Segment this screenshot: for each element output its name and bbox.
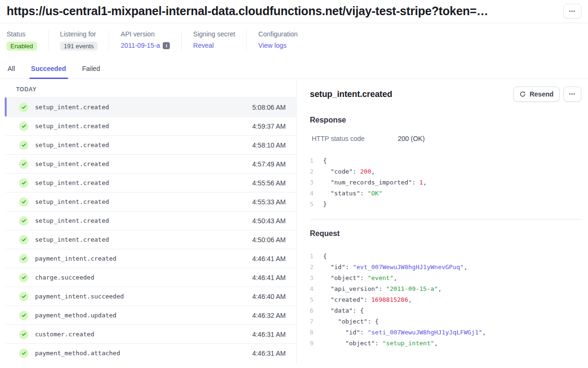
status-group-configuration: ConfigurationView logs — [246, 30, 309, 51]
event-name: setup_intent.created — [35, 179, 109, 186]
event-row[interactable]: setup_intent.created4:50:06 AM — [5, 230, 296, 249]
event-name: setup_intent.created — [35, 141, 109, 149]
event-name: charge.succeeded — [35, 274, 94, 281]
detail-more-button[interactable]: ••• — [563, 87, 581, 102]
event-row[interactable]: setup_intent.created4:55:33 AM — [5, 192, 296, 211]
line-number: 3 — [310, 272, 317, 283]
status-group-status: StatusEnabled — [7, 30, 48, 51]
header-more-button[interactable]: ••• — [563, 4, 581, 18]
status-group-label: Listening for — [60, 30, 98, 38]
code-line: 4 "status": "OK" — [310, 188, 581, 199]
code-line: 8 "id": "seti_007WewuJW8hgHJ1yJqLFWGj1", — [310, 327, 581, 338]
success-check-icon — [19, 330, 28, 339]
code-text: "object": "event", — [323, 272, 397, 283]
line-number: 8 — [310, 327, 317, 338]
event-row[interactable]: setup_intent.created4:57:49 AM — [5, 154, 296, 173]
success-check-icon — [19, 349, 28, 358]
event-time: 4:46:40 AM — [252, 293, 286, 300]
line-number: 2 — [310, 166, 317, 177]
event-row[interactable]: charge.succeeded4:46:41 AM — [5, 268, 296, 287]
code-line: 1{ — [310, 155, 581, 166]
success-check-icon — [19, 197, 28, 207]
event-list: setup_intent.created5:08:06 AMsetup_inte… — [5, 97, 296, 362]
event-row[interactable]: payment_method.updated4:46:32 AM — [5, 306, 296, 324]
section-divider — [310, 219, 581, 220]
event-name: payment_intent.created — [35, 255, 116, 262]
event-row[interactable]: payment_intent.succeeded4:46:40 AM — [5, 287, 296, 306]
event-row[interactable]: setup_intent.created4:55:56 AM — [5, 173, 296, 192]
status-bar: StatusEnabledListening for191 eventsAPI … — [0, 23, 588, 53]
code-line: 6 "data": { — [310, 305, 581, 316]
code-line: 5 "created": 1698815286, — [310, 294, 581, 305]
line-number: 7 — [310, 316, 317, 327]
event-group-header: TODAY — [5, 79, 296, 97]
success-check-icon — [19, 178, 28, 188]
event-name: setup_intent.created — [35, 198, 109, 205]
event-detail-pane: setup_intent.created Resend ••• Response — [297, 79, 588, 364]
request-code-block: 1{2 "id": "evt_007WewuJW8hgHJ1yWnevGPuq"… — [310, 251, 581, 349]
code-text: "object": { — [323, 316, 378, 327]
page-title: https://us-central1-mixpanel-internal-da… — [7, 4, 560, 18]
event-row[interactable]: setup_intent.created4:59:37 AM — [5, 116, 296, 135]
event-row[interactable]: payment_intent.created4:46:41 AM — [5, 249, 296, 268]
success-check-icon — [19, 103, 28, 112]
http-status-row: HTTP status code 200 (OK) — [310, 135, 581, 142]
code-line: 4 "api_version": "2011-09-15-a", — [310, 283, 581, 294]
event-name: setup_intent.created — [35, 160, 109, 167]
detail-actions: Resend ••• — [513, 87, 581, 102]
code-text: "data": { — [323, 305, 364, 316]
code-line: 1{ — [310, 251, 581, 262]
code-line: 7 "object": { — [310, 316, 581, 327]
ellipsis-icon: ••• — [569, 92, 576, 96]
event-time: 4:46:32 AM — [252, 312, 286, 319]
code-text: "api_version": "2011-09-15-a", — [323, 283, 441, 294]
event-row[interactable]: customer.created4:46:31 AM — [5, 324, 296, 343]
event-time: 4:50:43 AM — [252, 217, 286, 225]
code-line: 5} — [310, 199, 581, 210]
main-content: TODAY setup_intent.created5:08:06 AMsetu… — [0, 79, 588, 364]
event-time: 4:46:31 AM — [252, 350, 286, 357]
code-text: "status": "OK" — [323, 188, 382, 199]
code-line: 2 "id": "evt_007WewuJW8hgHJ1yWnevGPuq", — [310, 262, 581, 272]
event-time: 4:46:41 AM — [252, 255, 286, 263]
http-status-label: HTTP status code — [312, 135, 398, 142]
resend-button[interactable]: Resend — [513, 87, 560, 102]
signing-secret-link[interactable]: Reveal — [193, 42, 214, 49]
page-header: https://us-central1-mixpanel-internal-da… — [0, 0, 588, 23]
event-time: 4:57:49 AM — [252, 160, 286, 168]
line-number: 9 — [310, 338, 317, 349]
response-code-block: 1{2 "code": 200,3 "num_records_imported"… — [310, 155, 581, 210]
status-group-label: Signing secret — [193, 30, 235, 38]
event-row[interactable]: setup_intent.created4:50:43 AM — [5, 211, 296, 230]
event-time: 4:55:56 AM — [252, 179, 286, 187]
tab-failed[interactable]: Failed — [81, 62, 101, 79]
code-line: 9 "object": "setup_intent", — [310, 338, 581, 349]
code-line: 3 "num_records_imported": 1, — [310, 177, 581, 188]
tab-succeeded[interactable]: Succeeded — [30, 62, 67, 79]
code-text: { — [323, 155, 327, 166]
event-time: 4:55:33 AM — [252, 198, 286, 206]
event-time: 4:58:10 AM — [252, 141, 286, 149]
status-badge: 191 events — [60, 42, 98, 51]
code-text: } — [323, 199, 327, 210]
api-version-link[interactable]: 2011-09-15-a — [121, 42, 160, 49]
event-time: 4:46:41 AM — [252, 274, 286, 281]
line-number: 5 — [310, 199, 317, 210]
event-row[interactable]: setup_intent.created4:58:10 AM — [5, 135, 296, 154]
filter-tabs: AllSucceededFailed — [0, 53, 588, 79]
status-group-label: API version — [121, 30, 170, 38]
code-text: "created": 1698815286, — [323, 294, 412, 305]
event-name: setup_intent.created — [35, 104, 109, 111]
event-row[interactable]: payment_method.attached4:46:31 AM — [5, 343, 296, 362]
event-row[interactable]: setup_intent.created5:08:06 AM — [5, 97, 296, 116]
success-check-icon — [19, 273, 28, 282]
configuration-link[interactable]: View logs — [258, 42, 287, 49]
status-group-label: Configuration — [258, 30, 298, 38]
status-group-signing-secret: Signing secretReveal — [181, 30, 246, 51]
info-icon[interactable]: i — [163, 42, 170, 49]
tab-all[interactable]: All — [7, 62, 16, 79]
code-text: "num_records_imported": 1, — [323, 177, 427, 188]
event-time: 4:59:37 AM — [252, 123, 286, 130]
event-name: payment_method.attached — [35, 350, 120, 357]
success-check-icon — [19, 216, 28, 226]
